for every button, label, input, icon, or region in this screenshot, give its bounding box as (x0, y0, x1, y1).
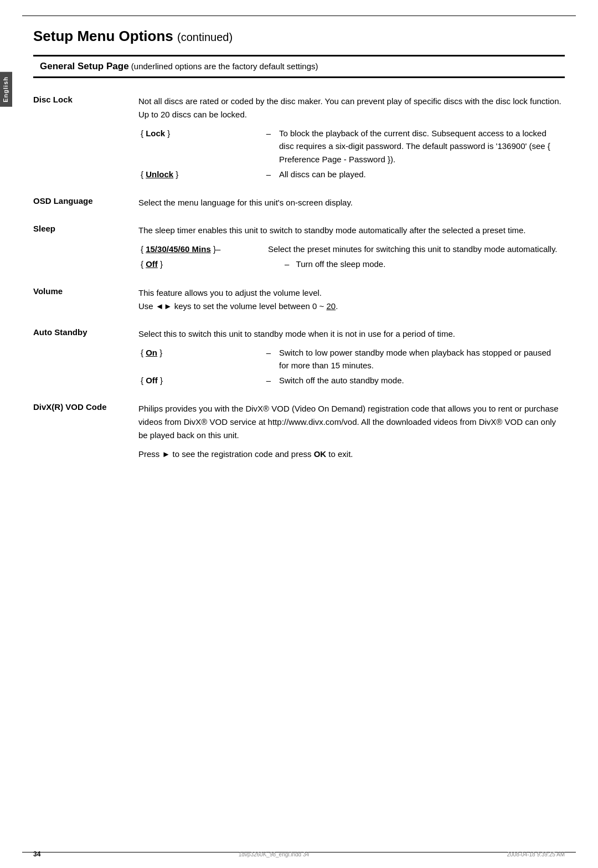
auto-standby-options: { On } – Switch to low power standby mod… (138, 345, 565, 388)
disc-lock-content: Not all discs are rated or coded by the … (138, 95, 565, 182)
auto-standby-content: Select this to switch this unit to stand… (138, 327, 565, 388)
title-text: Setup Menu Options (33, 28, 173, 44)
section-header-bold: General Setup Page (40, 61, 129, 71)
sleep-content: The sleep timer enables this unit to swi… (138, 224, 559, 272)
section-header-note: (underlined options are the factory defa… (131, 61, 318, 71)
osd-language-intro: Select the menu language for this unit's… (138, 196, 353, 209)
setting-volume: Volume This feature allows you to adjust… (33, 286, 565, 313)
auto-standby-intro: Select this to switch this unit to stand… (138, 327, 565, 341)
top-border (22, 16, 576, 16)
opt-on-dash: – (260, 345, 277, 373)
disc-lock-options: { Lock } – To block the playback of the … (138, 126, 565, 182)
main-content: Setup Menu Options (continued) General S… (0, 0, 598, 509)
footer: 34 1dvp3260K_98_engl.indd 34 2008-04-18 … (0, 850, 598, 858)
volume-content: This feature allows you to adjust the vo… (138, 286, 338, 313)
opt-on-name: { On } (138, 345, 260, 373)
opt-sleep-off-name: { Off } (138, 256, 266, 271)
option-standby-off: { Off } – Switch off the auto standby mo… (138, 373, 565, 388)
english-tab: English (0, 72, 12, 107)
divx-vod-intro: Philips provides you with the DivX® VOD … (138, 402, 565, 442)
section-header: General Setup Page (underlined options a… (33, 55, 565, 78)
opt-unlock-dash: – (260, 167, 277, 182)
osd-language-content: Select the menu language for this unit's… (138, 196, 353, 209)
opt-mins-name: { 15/30/45/60 Mins }– (138, 242, 266, 256)
page-title: Setup Menu Options (continued) (33, 28, 565, 45)
sleep-label: Sleep (33, 224, 138, 233)
osd-language-label: OSD Language (33, 196, 138, 206)
title-suffix: (continued) (177, 31, 233, 43)
sleep-options: { 15/30/45/60 Mins }– Select the preset … (138, 242, 559, 272)
volume-intro: This feature allows you to adjust the vo… (138, 286, 338, 300)
opt-on-desc: Switch to low power standby mode when pl… (277, 345, 565, 373)
setting-disc-lock: Disc Lock Not all discs are rated or cod… (33, 95, 565, 182)
page-wrapper: English Setup Menu Options (continued) G… (0, 0, 598, 868)
option-sleep-off: { Off } – Turn off the sleep mode. (138, 256, 559, 271)
opt-lock-name: { Lock } (138, 126, 260, 167)
setting-auto-standby: Auto Standby Select this to switch this … (33, 327, 565, 388)
disc-lock-label: Disc Lock (33, 95, 138, 104)
opt-unlock-name: { Unlock } (138, 167, 260, 182)
opt-lock-desc: To block the playback of the current dis… (277, 126, 565, 167)
opt-standby-off-dash: – (260, 373, 277, 388)
setting-osd-language: OSD Language Select the menu language fo… (33, 196, 565, 209)
opt-mins-desc: Select the preset minutes for switching … (266, 242, 559, 256)
footer-file-info: 1dvp3260K_98_engl.indd 34 (239, 851, 309, 857)
sleep-intro: The sleep timer enables this unit to swi… (138, 224, 559, 237)
setting-divx-vod: DivX(R) VOD Code Philips provides you wi… (33, 402, 565, 461)
volume-label: Volume (33, 286, 138, 296)
divx-vod-content: Philips provides you with the DivX® VOD … (138, 402, 565, 461)
disc-lock-intro: Not all discs are rated or coded by the … (138, 95, 565, 121)
page-number: 34 (33, 850, 40, 858)
option-lock: { Lock } – To block the playback of the … (138, 126, 565, 167)
auto-standby-label: Auto Standby (33, 327, 138, 337)
footer-date-info: 2008-04-18 9:39:25 AM (507, 851, 565, 857)
volume-intro2: Use ◄► keys to set the volume level betw… (138, 300, 338, 313)
opt-standby-off-name: { Off } (138, 373, 260, 388)
opt-sleep-off-desc: – Turn off the sleep mode. (266, 256, 559, 271)
setting-sleep: Sleep The sleep timer enables this unit … (33, 224, 565, 272)
option-unlock: { Unlock } – All discs can be played. (138, 167, 565, 182)
option-mins: { 15/30/45/60 Mins }– Select the preset … (138, 242, 559, 256)
opt-standby-off-desc: Switch off the auto standby mode. (277, 373, 565, 388)
divx-vod-intro2: Press ► to see the registration code and… (138, 448, 565, 461)
divx-vod-label: DivX(R) VOD Code (33, 402, 138, 412)
opt-unlock-desc: All discs can be played. (277, 167, 565, 182)
opt-lock-dash: – (260, 126, 277, 167)
option-on: { On } – Switch to low power standby mod… (138, 345, 565, 373)
